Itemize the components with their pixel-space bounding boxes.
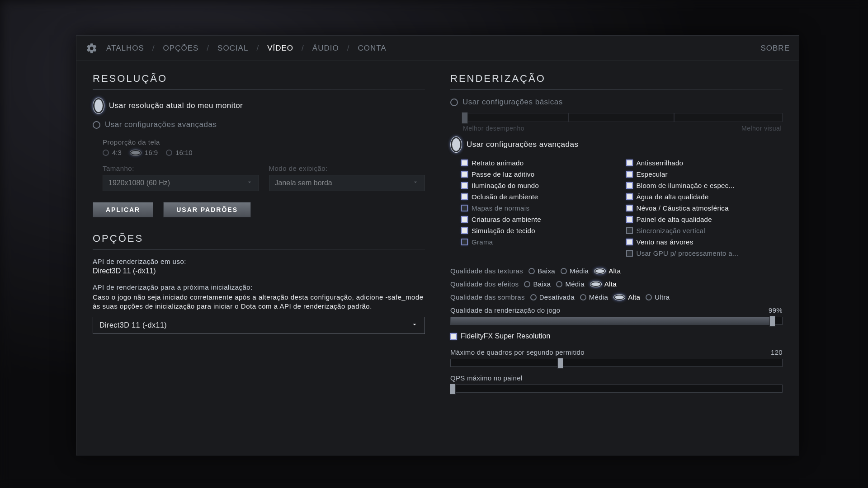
quality-tex-option[interactable]: Média (561, 267, 589, 275)
rendering-heading: RENDERIZAÇÃO (450, 73, 783, 84)
checkbox-icon (461, 227, 468, 234)
chevron-down-icon (412, 178, 419, 188)
slider-thumb[interactable] (462, 112, 468, 124)
checkbox-option[interactable]: Simulação de tecido (461, 227, 618, 235)
render-quality-slider[interactable] (450, 317, 783, 325)
slider-thumb[interactable] (557, 358, 563, 369)
checkbox-option[interactable]: Grama (461, 238, 618, 246)
aspect-ratio-group: 4:3 16:9 16:10 (103, 149, 425, 156)
slider-thumb[interactable] (450, 384, 456, 394)
radio-icon (93, 121, 100, 129)
checkbox-icon (461, 182, 468, 189)
slider-low-label: Melhor desempenho (463, 125, 524, 132)
chevron-down-icon (246, 178, 253, 188)
aspect-16-9[interactable]: 16:9 (130, 149, 158, 156)
checkbox-option[interactable]: Bloom de iluminação e espec... (626, 182, 783, 189)
quality-tex-row: Qualidade das texturasBaixaMédiaAlta (450, 267, 783, 275)
aspect-16-10[interactable]: 16:10 (166, 149, 193, 156)
checkbox-option[interactable]: Criaturas do ambiente (461, 216, 618, 223)
tab-social[interactable]: SOCIAL (217, 44, 248, 53)
render-quality-label: Qualidade da renderização do jogo (450, 306, 560, 314)
slider-high-label: Melhor visual (741, 125, 782, 132)
display-mode-select[interactable]: Janela sem borda (269, 175, 425, 191)
quality-sh-option[interactable]: Ultra (646, 293, 670, 301)
left-column: RESOLUÇÃO Usar resolução atual do meu mo… (93, 73, 425, 446)
radio-icon (93, 98, 104, 114)
checkbox-option[interactable]: Usar GPU p/ processamento a... (626, 249, 783, 257)
options-heading: OPÇÕES (93, 233, 425, 244)
radio-icon (530, 294, 537, 300)
radio-icon (594, 268, 606, 274)
checkbox-icon (626, 160, 633, 166)
tab-sobre[interactable]: SOBRE (760, 44, 790, 53)
apply-button[interactable]: APLICAR (93, 202, 153, 217)
use-defaults-button[interactable]: USAR PADRÕES (163, 202, 251, 217)
checkbox-option[interactable]: Passe de luz aditivo (461, 170, 618, 178)
aspect-ratio-label: Proporção da tela (103, 138, 425, 146)
checkbox-option[interactable]: Painel de alta qualidade (626, 216, 783, 223)
checkbox-option[interactable]: Vento nas árvores (626, 238, 783, 246)
radio-icon (528, 268, 535, 274)
gear-icon (85, 42, 98, 55)
checkbox-icon (461, 239, 468, 245)
tab-conta[interactable]: CONTA (358, 44, 386, 53)
radio-icon (613, 294, 625, 300)
chevron-down-icon (411, 321, 418, 330)
checkbox-icon (626, 193, 633, 200)
panel-qps-slider[interactable] (450, 385, 783, 393)
radio-icon (590, 281, 602, 287)
checkbox-icon (461, 160, 468, 166)
checkbox-option[interactable]: Especular (626, 170, 783, 178)
checkbox-option[interactable]: Névoa / Cáustica atmosférica (626, 204, 783, 212)
checkbox-icon (461, 216, 468, 223)
render-quality-value: 99% (769, 306, 783, 314)
checkbox-icon (626, 227, 633, 234)
radio-icon (450, 99, 458, 106)
checkbox-icon (461, 193, 468, 200)
checkbox-icon (626, 171, 633, 178)
radio-icon (580, 294, 586, 300)
max-fps-label: Máximo de quadros por segundo permitido (450, 348, 585, 356)
checkbox-option[interactable]: Oclusão de ambiente (461, 193, 618, 201)
radio-icon (646, 294, 652, 300)
quality-tex-option[interactable]: Alta (594, 267, 621, 275)
max-fps-value: 120 (771, 348, 783, 356)
radio-use-monitor-resolution[interactable]: Usar resolução atual do meu monitor (93, 98, 425, 114)
fidelityfx-checkbox[interactable]: FidelityFX Super Resolution (450, 332, 783, 340)
quality-slider[interactable] (462, 113, 783, 122)
checkbox-icon (626, 216, 633, 223)
checkbox-option[interactable]: Água de alta qualidade (626, 193, 783, 201)
checkbox-option[interactable]: Sincronização vertical (626, 227, 783, 235)
tab-audio[interactable]: ÁUDIO (312, 44, 339, 53)
checkbox-option[interactable]: Mapas de normais (461, 204, 618, 212)
checkbox-option[interactable]: Retrato animado (461, 159, 618, 167)
radio-basic-settings[interactable]: Usar configurações básicas (450, 98, 783, 107)
quality-sh-option[interactable]: Média (580, 293, 608, 301)
tab-atalhos[interactable]: ATALHOS (106, 44, 144, 53)
aspect-4-3[interactable]: 4:3 (103, 149, 122, 156)
checkbox-option[interactable]: Iluminação do mundo (461, 182, 618, 189)
api-next-label: API de renderização para a próxima inici… (93, 283, 425, 291)
tab-video[interactable]: VÍDEO (267, 44, 293, 53)
api-in-use-value: Direct3D 11 (-dx11) (93, 267, 425, 275)
quality-fx-option[interactable]: Baixa (524, 280, 551, 288)
radio-icon (450, 136, 462, 153)
checkbox-option[interactable]: Antisserrilhado (626, 159, 783, 167)
resolution-size-select[interactable]: 868x488 (60 Hz) (103, 175, 259, 191)
quality-sh-row: Qualidade das sombrasDesativadaMédiaAlta… (450, 293, 783, 301)
quality-sh-option[interactable]: Desativada (530, 293, 575, 301)
quality-fx-option[interactable]: Média (556, 280, 584, 288)
radio-use-advanced-resolution[interactable]: Usar configurações avançadas (93, 120, 425, 129)
radio-icon (524, 281, 530, 287)
render-api-select[interactable]: Direct3D 11 (-dx11) (93, 317, 425, 334)
radio-advanced-settings[interactable]: Usar configurações avançadas (450, 136, 783, 153)
max-fps-slider[interactable] (450, 359, 783, 367)
slider-thumb[interactable] (769, 316, 775, 327)
quality-fx-option[interactable]: Alta (590, 280, 617, 288)
quality-tex-option[interactable]: Baixa (528, 267, 555, 275)
tab-opcoes[interactable]: OPÇÕES (163, 44, 199, 53)
right-column: RENDERIZAÇÃO Usar configurações básicas … (450, 73, 783, 446)
radio-icon (556, 281, 562, 287)
api-in-use-label: API de renderização em uso: (93, 258, 425, 265)
quality-sh-option[interactable]: Alta (613, 293, 640, 301)
